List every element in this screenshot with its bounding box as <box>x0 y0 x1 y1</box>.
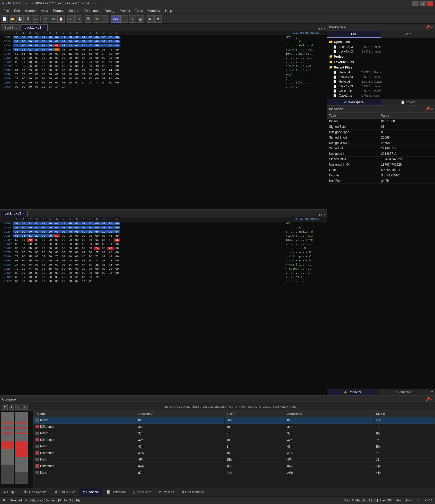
compare-refresh-btn[interactable]: ↻ <box>15 404 21 410</box>
hex-row[interactable]: 0030h 617461203000AE000000000000004669 a… <box>0 234 327 238</box>
workspace-bottom-tab-workspace[interactable]: 🗂 Workspace <box>327 99 381 105</box>
close-button[interactable]: ✕ <box>427 1 433 6</box>
menu-project[interactable]: Project <box>117 8 132 14</box>
hex-row[interactable]: 0050h 000000000000000000000000000D0000 .… <box>0 56 327 60</box>
compare-row[interactable]: Difference 6Ah 1Dh 6Ah 41h <box>33 463 435 470</box>
workspace-close[interactable]: ✕ <box>431 25 433 29</box>
ws-recent-hello2[interactable]: 📄 Hello.txt B:\XP3-...tsukoi\ <box>327 79 435 84</box>
ws-recent-pack2[interactable]: 📄 pack2.xp3 B:\XP3-...t-test\ <box>327 84 435 89</box>
cut-button[interactable]: ✂ <box>42 15 49 23</box>
ws-recent-case1a[interactable]: 📄 Case1.txt B:\XP3-...sefile\ <box>327 89 435 93</box>
inspector-tab-inspector[interactable]: ⚡ Inspector <box>327 389 378 395</box>
hex-row[interactable]: 0030h 6174612030008A000000000000004669 a… <box>0 48 327 52</box>
hex-row[interactable]: 0010h 00000001000000008000000000000000 .… <box>0 226 327 230</box>
run-script-button[interactable]: ▶ <box>147 15 154 23</box>
tab-startup[interactable]: Startup <box>1 24 21 31</box>
menu-format[interactable]: Format <box>51 8 66 14</box>
tab-pack1[interactable]: pack1.xp3 ✕ <box>21 24 48 31</box>
save-button[interactable]: 💾 <box>16 15 24 23</box>
inspector-controls[interactable]: 📌 ✕ <box>425 107 433 111</box>
menu-tools[interactable]: Tools <box>132 8 145 14</box>
ws-open-files-section[interactable]: 📂 Open Files <box>327 39 435 45</box>
hex-row[interactable]: 00A0h 28000000000000000000000000000000 (… <box>0 76 327 81</box>
hex-editor-bottom[interactable]: 0123456789ABCDEF 0123456789ABCDEF 0000h … <box>0 217 327 396</box>
hex-row[interactable]: 0090h 7365676D1C0000000000000000000000 s… <box>0 72 327 76</box>
bottom-tab-process[interactable]: ⚙ Process <box>155 488 178 496</box>
compare-row[interactable]: Difference 4Eh 1h 4Eh 1h <box>33 450 435 457</box>
menu-file[interactable]: File <box>1 8 12 14</box>
ws-file-pack1[interactable]: 📄 pack1.xp3 B:\XP3-...t-test\ <box>327 45 435 49</box>
compare-row[interactable]: Difference 42h 1h 42h 1h <box>33 437 435 443</box>
ws-file-pack4[interactable]: 📄 pack4.xp3 B:\XP3-...t-test\ <box>327 49 435 54</box>
hex-row[interactable]: 00B0h 780074007365676D1C00000000000000 x… <box>0 267 327 271</box>
hex-row[interactable]: 0090h 6F006F006C002F005000610074006800 o… <box>0 259 327 263</box>
ws-recent-case1b[interactable]: 📄 Case1.txt C:\User...t-test\ <box>327 93 435 98</box>
inspector-row[interactable]: Binary 01011000 <box>327 119 435 124</box>
inspector-row[interactable]: Half Float 34.75 <box>327 178 435 184</box>
workspace-bottom-tab-project[interactable]: 📋 Project <box>381 99 435 105</box>
inspector-pin[interactable]: 📌 <box>425 107 430 111</box>
hex-row[interactable]: 00B0h 0D000000000000000061646C72040000 .… <box>0 81 327 85</box>
hex-row[interactable]: 00D0h 00000000000000000061646C72 ......a… <box>0 275 327 279</box>
menu-help[interactable]: Help <box>163 8 175 14</box>
compare-row[interactable]: Match 87h 41h ABh 41h <box>33 470 435 476</box>
bottom-tab-find-files[interactable]: 🔎 Find in Files <box>50 488 79 496</box>
inspector-row[interactable]: Signed Byte 88 <box>327 124 435 130</box>
workspace-pin[interactable]: 📌 <box>425 25 430 29</box>
inspector-row[interactable]: Unsigned Short 20568 <box>327 140 435 146</box>
menu-templates[interactable]: Templates <box>82 8 102 14</box>
hex-row[interactable]: 0000h 5850330D0A200A1A8B67011700000000 X… <box>0 35 327 39</box>
inspector-tab-more[interactable]: ▼ <box>429 389 435 395</box>
compare-row[interactable]: Match 37h Bh 37h Bh <box>33 430 435 437</box>
run-template-button[interactable]: ⧗ <box>154 15 162 23</box>
goto-button[interactable]: → <box>101 15 108 23</box>
print-button[interactable]: 🖨 <box>32 15 39 23</box>
compare-row[interactable]: Match 0h 36h 0h 36h <box>33 417 435 424</box>
tab-pack4[interactable]: pack4.xp3 ✕ <box>1 211 28 217</box>
hex-row[interactable]: 0050h 00000000000000000000000000000000 .… <box>0 242 327 246</box>
hex-row[interactable]: 0070h 7400730075006B006F0069002F004D00 t… <box>0 250 327 254</box>
hex-row[interactable]: 0020h 350000000000000048656C6C6F2C2064 5… <box>0 44 327 48</box>
tab-nav-next2[interactable]: ▶ <box>321 213 323 217</box>
inspector-row[interactable]: Unsigned Int64 187634742229... <box>327 162 435 167</box>
tab-nav-prev2[interactable]: ◀ <box>318 213 320 217</box>
inspector-row[interactable]: Signed Int64 187634742229... <box>327 157 435 162</box>
compare-export-btn[interactable]: ⎘ <box>22 404 28 410</box>
compare-row[interactable]: Match 4Fh 1Bh 4Fh 1Bh <box>33 457 435 463</box>
new-button[interactable]: 📄 <box>1 15 8 23</box>
tab-nav-menu2[interactable]: ▼ <box>324 213 326 217</box>
ws-recent-section[interactable]: 📁 Recent Files <box>327 65 435 70</box>
bottom-tab-compare[interactable]: ⧖ Compare <box>79 488 103 496</box>
hex-row[interactable]: 0080h 79002F00530075007000650072004300 y… <box>0 254 327 259</box>
bottom-tab-checksum[interactable]: ∑ Checksum <box>129 488 155 496</box>
paste-button[interactable]: 📋 <box>57 15 65 23</box>
hex-row[interactable]: 0010h 00000001000000008000000000000000 .… <box>0 39 327 44</box>
inspector-row[interactable]: Unsigned Int 221466712 <box>327 151 435 157</box>
hex-row[interactable]: 0060h 00000D00000000000000000012004300 .… <box>0 60 327 64</box>
open-button[interactable]: 📂 <box>9 15 16 23</box>
menu-debug[interactable]: Debug <box>102 8 117 14</box>
hex-editor-top[interactable]: 0 1 2 3 4 5 6 7 8 9 A B C <box>0 31 327 209</box>
ws-project-section[interactable]: 📁 Project <box>327 54 435 59</box>
bottom-tab-histogram[interactable]: 📊 Histogram <box>103 488 130 496</box>
text-button[interactable]: ¶ <box>129 15 136 23</box>
menu-edit[interactable]: Edit <box>12 8 22 14</box>
maximize-button[interactable]: □ <box>420 1 426 6</box>
inspector-tab-variables[interactable]: ≡ Variables <box>378 389 429 395</box>
table-button[interactable]: ⊞ <box>121 15 128 23</box>
inspector-row[interactable]: Double 3.0741956101... <box>327 173 435 178</box>
menu-search[interactable]: Search <box>22 8 38 14</box>
hex-row[interactable]: 0040h 6C65A20000000000000000696E666F5E l… <box>0 238 327 242</box>
hex-row[interactable]: 00C0h 000000002B04141F ....+... <box>0 85 327 89</box>
hex-row[interactable]: 00E0h 04000000000000002B04141F ........+… <box>0 279 327 283</box>
workspace-tab-path[interactable]: Path <box>381 31 435 38</box>
menu-scripts[interactable]: Scripts <box>66 8 82 14</box>
menu-view[interactable]: View <box>38 8 51 14</box>
hex-row[interactable]: 0060h 00000D00000000000000000024004800 .… <box>0 246 327 250</box>
hex-row[interactable]: 00C0h 0000000028000000000000000D000000 .… <box>0 271 327 275</box>
tab-pack4-close[interactable]: ✕ <box>23 212 24 215</box>
hex-row[interactable]: 0070h 736566006600660065002F0043006100 s… <box>0 64 327 68</box>
compare-row[interactable]: Match 43h Bh 43h Bh <box>33 443 435 450</box>
ws-recent-pack3[interactable]: 📄 pack3.xp3 B:\XP3-...t-test\ <box>327 75 435 79</box>
copy-button[interactable]: ⧉ <box>50 15 57 23</box>
